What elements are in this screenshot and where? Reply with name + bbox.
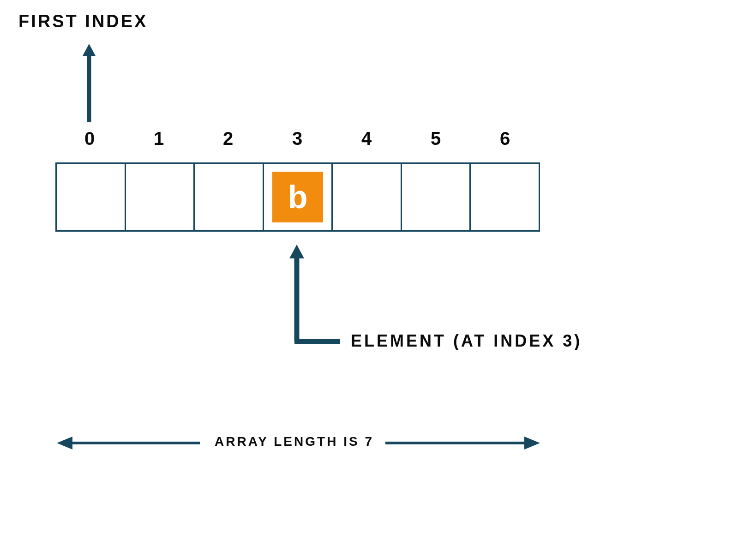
array-cell bbox=[402, 164, 471, 230]
index-label: 6 bbox=[471, 128, 540, 149]
element-arrow-icon bbox=[285, 245, 345, 346]
svg-marker-1 bbox=[83, 44, 96, 56]
array-cell: b bbox=[264, 164, 333, 230]
array-cell bbox=[57, 164, 126, 230]
array-length-label: ARRAY LENGTH IS 7 bbox=[215, 434, 374, 449]
array-cell bbox=[471, 164, 539, 230]
index-label: 5 bbox=[402, 128, 471, 149]
first-index-arrow-icon bbox=[80, 44, 98, 122]
array-row: b bbox=[55, 162, 540, 232]
svg-marker-8 bbox=[524, 437, 540, 449]
index-label: 2 bbox=[194, 128, 263, 149]
index-label: 1 bbox=[125, 128, 194, 149]
array-cell bbox=[126, 164, 195, 230]
index-row: 0 1 2 3 4 5 6 bbox=[55, 128, 540, 149]
array-cell bbox=[333, 164, 402, 230]
svg-marker-4 bbox=[289, 245, 304, 258]
svg-marker-6 bbox=[57, 437, 72, 449]
first-index-label: FIRST INDEX bbox=[18, 12, 148, 31]
array-length-right-arrow-icon bbox=[385, 434, 540, 452]
element-at-index-label: ELEMENT (AT INDEX 3) bbox=[351, 331, 582, 351]
element-box: b bbox=[272, 172, 323, 222]
index-label: 4 bbox=[332, 128, 402, 149]
array-length-left-arrow-icon bbox=[57, 434, 200, 452]
index-label: 3 bbox=[263, 128, 332, 149]
array-cell bbox=[195, 164, 264, 230]
index-label: 0 bbox=[55, 128, 125, 149]
